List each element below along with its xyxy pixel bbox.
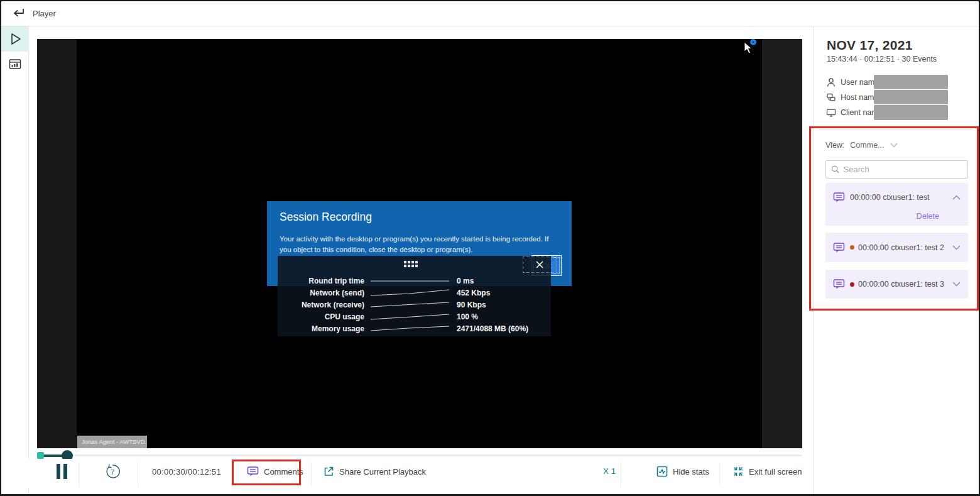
client-icon <box>826 107 836 118</box>
divider <box>719 462 720 486</box>
divider <box>138 462 138 486</box>
exit-fullscreen-icon <box>732 466 744 477</box>
play-icon <box>8 31 23 47</box>
stat-value: 2471/4088 MB (60%) <box>457 324 528 333</box>
sparkline-memory <box>371 325 449 333</box>
playback-speed[interactable]: X 1 <box>603 466 616 476</box>
comment-item-2[interactable]: 00:00:00 ctxuser1: test 2 <box>825 233 968 262</box>
chevron-down-icon[interactable] <box>952 245 961 250</box>
playback-controls-bar: 7 00:00:30/00:12:51 Comments Share Curre… <box>1 459 814 488</box>
stat-label: CPU usage <box>278 312 364 321</box>
back-arrow-icon <box>11 8 25 20</box>
comment-icon <box>247 466 259 477</box>
sidebar-item-playback[interactable] <box>1 26 29 52</box>
sparkline-cpu <box>371 313 449 321</box>
stat-row: CPU usage 100 % <box>278 311 551 322</box>
stat-label: Memory usage <box>278 324 364 333</box>
video-right-strip <box>762 39 802 448</box>
chevron-up-icon[interactable] <box>952 195 961 200</box>
hide-stats-button[interactable]: Hide stats <box>656 466 709 477</box>
stat-value: 452 Kbps <box>457 289 490 297</box>
client-name-value-redacted <box>874 105 948 120</box>
sparkline-network-receive <box>371 301 449 309</box>
user-icon <box>826 77 836 87</box>
exit-fullscreen-button[interactable]: Exit full screen <box>732 466 802 477</box>
search-icon <box>831 165 840 174</box>
view-dropdown[interactable]: Comme... <box>850 141 884 150</box>
pause-button[interactable] <box>57 464 67 479</box>
svg-text:7: 7 <box>111 468 114 476</box>
recorded-taskbar-button: Jonas Agent - AWTSVD... <box>77 436 147 448</box>
comment-marker[interactable] <box>37 452 44 459</box>
stat-label: Network (send) <box>278 289 364 297</box>
comment-severity-dot <box>850 282 854 287</box>
sidebar <box>1 26 29 496</box>
host-name-row: Host name: <box>826 91 881 104</box>
page-title: Player <box>33 9 56 18</box>
rewind-7-button[interactable]: 7 <box>104 463 121 480</box>
stat-row: Network (send) 452 Kbps <box>278 287 551 299</box>
close-icon <box>535 260 544 269</box>
session-stats-overlay: Round trip time 0 ms Network (send) 452 … <box>278 256 551 336</box>
user-name-value-redacted <box>874 75 948 89</box>
mouse-cursor-icon <box>744 41 753 55</box>
user-name-row: User name: <box>826 76 881 89</box>
share-label: Share Current Playback <box>339 467 426 477</box>
stat-label: Round trip time <box>278 277 364 285</box>
dialog-body-text: Your activity with the desktop or progra… <box>280 234 562 255</box>
comment-text: 00:00:00 ctxuser1: test 3 <box>858 280 947 289</box>
share-playback-button[interactable]: Share Current Playback <box>323 466 426 477</box>
session-info-panel: NOV 17, 2021 15:43:44 · 00:12:51 · 30 Ev… <box>814 26 980 496</box>
comment-severity-dot <box>850 245 854 250</box>
sparkline-roundtrip <box>371 277 449 285</box>
stat-label: Network (receive) <box>278 300 364 309</box>
delete-comment-button[interactable]: Delete <box>825 212 968 228</box>
sparkline-network-send <box>371 289 449 297</box>
comment-item-1[interactable]: 00:00:00 ctxuser1: test Delete <box>825 183 968 226</box>
comment-icon <box>833 278 845 290</box>
stats-graph-icon <box>656 466 668 477</box>
comments-label: Comments <box>264 467 303 477</box>
seek-track[interactable] <box>37 455 802 456</box>
chevron-down-icon[interactable] <box>952 282 961 287</box>
view-label: View: <box>825 141 844 150</box>
back-button[interactable] <box>10 6 26 21</box>
comments-button[interactable]: Comments <box>247 466 303 477</box>
view-selector-row: View: Comme... <box>825 141 898 150</box>
recording-meta: 15:43:44 · 00:12:51 · 30 Events <box>827 55 937 63</box>
video-player-stage[interactable]: Jonas Agent - AWTSVD... Session Recordin… <box>37 39 802 448</box>
pause-icon <box>57 464 67 479</box>
stat-row: Memory usage 2471/4088 MB (60%) <box>278 322 551 334</box>
sidebar-item-stats[interactable] <box>1 52 29 77</box>
stat-value: 90 Kbps <box>457 300 486 309</box>
hide-stats-label: Hide stats <box>673 467 709 477</box>
stat-value: 0 ms <box>457 277 474 285</box>
divider <box>819 129 972 130</box>
divider <box>311 462 312 486</box>
comment-icon <box>833 242 845 253</box>
comment-item-3[interactable]: 00:00:00 ctxuser1: test 3 <box>825 270 968 299</box>
stat-row: Network (receive) 90 Kbps <box>278 299 551 311</box>
dialog-title: Session Recording <box>280 211 372 224</box>
bar-chart-icon <box>8 57 22 71</box>
stat-value: 100 % <box>457 312 478 321</box>
host-name-value-redacted <box>874 90 948 104</box>
playback-time: 00:00:30/00:12:51 <box>152 467 221 477</box>
search-input[interactable] <box>844 165 962 174</box>
rewind-7-icon: 7 <box>104 463 121 480</box>
overlay-close-button[interactable] <box>523 256 557 273</box>
share-icon <box>323 466 334 477</box>
stat-row: Round trip time 0 ms <box>278 275 551 287</box>
comment-text: 00:00:00 ctxuser1: test 2 <box>858 243 947 252</box>
comment-text: 00:00:00 ctxuser1: test <box>850 193 947 202</box>
top-bar: Player <box>1 1 979 26</box>
divider <box>79 462 79 486</box>
exit-fullscreen-label: Exit full screen <box>749 467 802 477</box>
recording-date: NOV 17, 2021 <box>827 38 913 53</box>
comment-icon <box>833 192 845 203</box>
comment-search[interactable] <box>825 160 968 179</box>
host-icon <box>826 92 836 102</box>
overlay-drag-handle-icon[interactable] <box>404 261 420 268</box>
player-window: Player Jonas Agent - AWTSVD... Session R… <box>0 0 980 496</box>
chevron-down-icon[interactable] <box>890 143 898 148</box>
